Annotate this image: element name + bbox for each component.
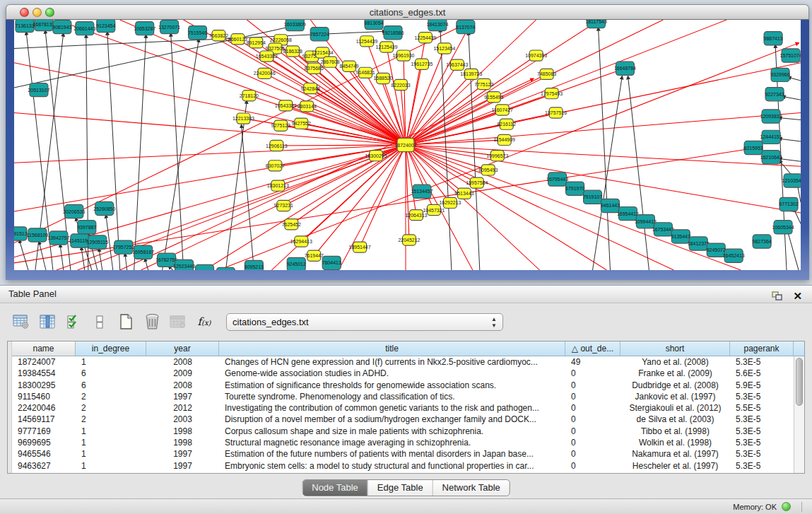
table-row[interactable]: 946362711997Embryonic stem cells: a mode…	[12, 460, 804, 472]
cell[interactable]: 5.3E-5	[730, 448, 794, 460]
cell[interactable]: 1997	[146, 448, 219, 460]
memory-status-indicator[interactable]	[782, 502, 791, 511]
cell[interactable]: Changes of HCN gene expression and I(f) …	[219, 356, 565, 368]
column-header-5[interactable]: short	[620, 341, 730, 356]
cell[interactable]: 1	[76, 426, 146, 437]
cell[interactable]: 5.3E-5	[730, 391, 794, 402]
black-edge[interactable]	[60, 244, 64, 270]
cell[interactable]: Stergiakouli et al. (2012)	[620, 402, 730, 414]
table-row[interactable]: 1456911722003Disruption of a novel membe…	[12, 414, 804, 425]
window-titlebar[interactable]: citations_edges.txt	[6, 4, 809, 20]
tab-edge-table[interactable]: Edge Table	[367, 480, 433, 496]
close-window-button[interactable]	[20, 8, 29, 17]
cell[interactable]: Corpus callosum shape and size in male p…	[219, 426, 565, 437]
select-all-button[interactable]	[64, 312, 83, 332]
red-edge[interactable]	[314, 145, 406, 256]
cell[interactable]: Estimation of significance thresholds fo…	[219, 380, 565, 391]
cell[interactable]: Embryonic stem cells: a model to study s…	[219, 460, 565, 472]
column-header-3[interactable]: title	[219, 341, 565, 356]
red-edge[interactable]	[387, 47, 406, 145]
red-edge[interactable]	[291, 145, 406, 224]
red-edge[interactable]	[57, 70, 621, 270]
cell[interactable]: 5.3E-5	[730, 426, 794, 437]
cell[interactable]: Tibbo et al. (1998)	[620, 426, 730, 437]
cell[interactable]: 5.6E-5	[730, 368, 794, 379]
black-edge[interactable]	[599, 27, 611, 270]
zoom-window-button[interactable]	[45, 8, 54, 17]
tab-network-table[interactable]: Network Table	[433, 480, 510, 496]
cell[interactable]: 5.3E-5	[730, 460, 794, 472]
black-edge[interactable]	[39, 241, 46, 270]
column-header-1[interactable]: in_degree	[76, 341, 146, 356]
cell[interactable]: 19384554	[12, 368, 76, 379]
cell[interactable]: 2	[76, 414, 146, 425]
cell[interactable]: 0	[565, 437, 620, 448]
close-panel-icon[interactable]: ✕	[793, 288, 802, 305]
cell[interactable]: 1998	[146, 426, 219, 437]
teal-node-17359326[interactable]	[216, 267, 235, 270]
table-row[interactable]: 1938455462009Genome-wide association stu…	[12, 368, 804, 379]
cell[interactable]: 14569117	[12, 414, 76, 425]
cell[interactable]: Tourette syndrome. Phenomenology and cla…	[219, 391, 565, 402]
black-edge[interactable]	[628, 76, 649, 270]
red-edge[interactable]	[283, 145, 406, 206]
float-panel-icon[interactable]	[772, 289, 782, 306]
cell[interactable]: 9463627	[12, 460, 76, 472]
red-edge[interactable]	[14, 145, 406, 211]
black-edge[interactable]	[19, 240, 28, 270]
red-edge[interactable]	[406, 145, 477, 183]
cell[interactable]: 5.9E-5	[730, 380, 794, 391]
tab-node-table[interactable]: Node Table	[302, 480, 367, 496]
cell[interactable]: Jankovic et al. (1997)	[620, 391, 730, 402]
cell[interactable]: 2	[76, 391, 146, 402]
cell[interactable]: Hescheler et al. (1997)	[620, 460, 730, 472]
scrollbar-thumb[interactable]	[796, 358, 803, 406]
cell[interactable]: 2008	[146, 380, 219, 391]
cell[interactable]: 0	[565, 426, 620, 437]
column-header-2[interactable]: year	[146, 341, 219, 356]
red-edge[interactable]	[406, 20, 663, 145]
create-table-button[interactable]	[116, 312, 136, 332]
red-edge[interactable]	[310, 88, 406, 145]
cell[interactable]: 18300295	[12, 380, 76, 391]
table-row[interactable]: 1872400712008Changes of HCN gene express…	[12, 356, 804, 368]
cell[interactable]: Nakamura et al. (1997)	[620, 448, 730, 460]
table-row[interactable]: 1830029562008Estimation of significance …	[12, 380, 804, 391]
red-edge[interactable]	[14, 112, 406, 145]
cell[interactable]: 49	[565, 356, 620, 368]
black-edge[interactable]	[225, 100, 247, 270]
cell[interactable]: 9777169	[12, 426, 76, 437]
cell[interactable]: 6	[76, 368, 146, 379]
function-builder-button[interactable]: f(x)	[194, 312, 214, 332]
cell[interactable]: 1	[76, 448, 146, 460]
cell[interactable]: 1998	[146, 437, 219, 448]
cell[interactable]: 2	[76, 402, 146, 414]
cell[interactable]: 1997	[146, 460, 219, 472]
vertical-scrollbar[interactable]	[794, 356, 804, 473]
cell[interactable]: 1	[76, 437, 146, 448]
cell[interactable]: Investigating the contribution of common…	[219, 402, 565, 414]
black-edge[interactable]	[171, 33, 184, 270]
minimize-window-button[interactable]	[33, 8, 42, 17]
cell[interactable]: 9115460	[12, 391, 76, 402]
table-row[interactable]: 2242004622012Investigating the contribut…	[12, 402, 804, 414]
cell[interactable]: Estimation of the future numbers of pati…	[219, 448, 565, 460]
cell[interactable]: 5.3E-5	[730, 356, 794, 368]
cell[interactable]: 5.5E-5	[730, 402, 794, 414]
cell[interactable]: 2009	[146, 368, 219, 379]
cell[interactable]: 0	[565, 460, 620, 472]
black-edge[interactable]	[787, 230, 799, 270]
cell[interactable]: de Silva et al. (2003)	[620, 414, 730, 425]
black-edge[interactable]	[14, 27, 289, 88]
cell[interactable]: 1	[76, 460, 146, 472]
cell[interactable]: Wolkin et al. (1998)	[620, 437, 730, 448]
show-columns-button[interactable]	[37, 312, 57, 332]
cell[interactable]: 2012	[146, 402, 219, 414]
table-options-button[interactable]	[11, 312, 31, 332]
red-edge[interactable]	[278, 145, 406, 186]
deselect-all-button[interactable]	[90, 312, 110, 332]
cell[interactable]: Structural magnetic resonance image aver…	[219, 437, 565, 448]
column-header-4[interactable]: △ out_de...	[565, 341, 620, 356]
black-edge[interactable]	[782, 96, 801, 100]
cell[interactable]: 1	[76, 356, 146, 368]
